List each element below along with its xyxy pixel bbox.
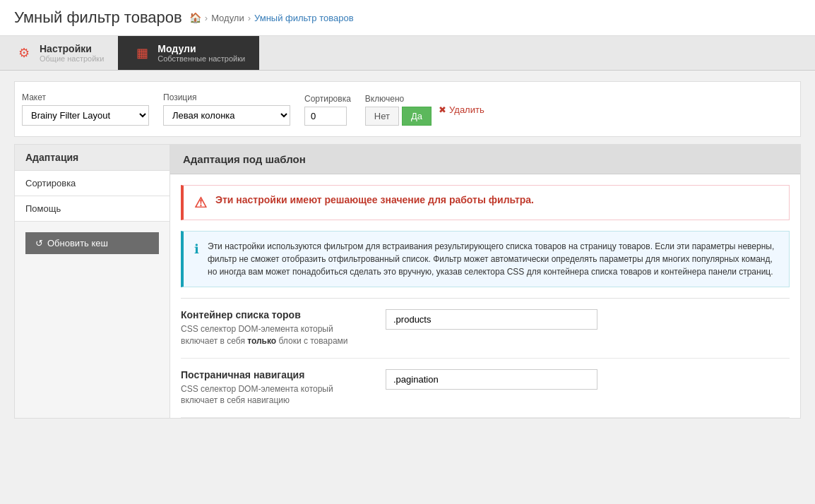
pagination-container-input[interactable] (386, 369, 597, 390)
top-nav: ⚙ Настройки Общие настройки ▦ Модули Соб… (0, 36, 815, 71)
enabled-field: Включено Нет Да ✖ Удалить (365, 94, 484, 126)
position-select[interactable]: Левая колонка (163, 105, 290, 126)
content-layout: Адаптация Сортировка Помощь ↺ Обновить к… (14, 144, 801, 419)
position-label: Позиция (163, 92, 290, 102)
settings-row-pagination: Постраничная навигация CSS селектор DOM-… (181, 359, 790, 419)
nav-modules-label: Модули (157, 43, 245, 54)
nav-item-modules[interactable]: ▦ Модули Собственные настройки (118, 36, 259, 70)
sidebar-item-sort[interactable]: Сортировка (15, 171, 169, 196)
modules-icon: ▦ (132, 43, 152, 63)
delete-link[interactable]: ✖ Удалить (439, 104, 484, 115)
danger-icon: ⚠ (194, 194, 207, 211)
sort-label: Сортировка (304, 94, 351, 104)
form-row: Макет Brainy Filter Layout Позиция Левая… (14, 81, 801, 137)
layout-select[interactable]: Brainy Filter Layout (22, 105, 149, 126)
products-label-col: Контейнер списка торов CSS селектор DOM-… (181, 309, 386, 347)
alert-info: ℹ Эти настройки используются фильтром дл… (181, 231, 790, 287)
delete-icon: ✖ (439, 104, 446, 115)
nav-item-settings[interactable]: ⚙ Настройки Общие настройки (0, 36, 118, 70)
sidebar-header: Адаптация (15, 145, 169, 171)
sidebar-item-help[interactable]: Помощь (15, 196, 169, 222)
products-container-input[interactable] (386, 309, 597, 330)
settings-section: Контейнер списка торов CSS селектор DOM-… (181, 298, 790, 418)
refresh-cache-button[interactable]: ↺ Обновить кеш (25, 232, 159, 254)
products-title: Контейнер списка торов (181, 309, 371, 320)
sidebar: Адаптация Сортировка Помощь ↺ Обновить к… (15, 145, 170, 418)
enabled-label: Включено (365, 94, 432, 104)
home-icon[interactable]: 🏠 (189, 12, 201, 23)
refresh-icon: ↺ (35, 238, 43, 248)
breadcrumb-modules[interactable]: Модули (211, 13, 244, 23)
gear-icon: ⚙ (14, 43, 34, 63)
main-wrapper: Макет Brainy Filter Layout Позиция Левая… (0, 71, 815, 429)
panel-header: Адаптация под шаблон (170, 145, 800, 174)
breadcrumb-current: Умный фильтр товаров (254, 13, 354, 23)
alert-danger: ⚠ Эти настройки имеют решающее значение … (181, 185, 790, 220)
nav-settings-sub: Общие настройки (40, 54, 104, 63)
nav-modules-sub: Собственные настройки (157, 54, 245, 63)
page-title: Умный фильтр товаров (14, 8, 182, 27)
sort-input[interactable] (304, 107, 347, 126)
position-field: Позиция Левая колонка (163, 92, 290, 126)
layout-label: Макет (22, 92, 149, 102)
settings-row-products: Контейнер списка торов CSS селектор DOM-… (181, 299, 790, 359)
sort-field: Сортировка (304, 94, 351, 126)
toggle-yes-button[interactable]: Да (402, 107, 432, 126)
content-panel: Адаптация под шаблон ⚠ Эти настройки име… (170, 145, 800, 418)
pagination-desc: CSS селектор DOM-элемента который включа… (181, 383, 371, 407)
pagination-input-col (386, 369, 790, 390)
breadcrumb: 🏠 › Модули › Умный фильтр товаров (189, 12, 354, 23)
toggle-no-button[interactable]: Нет (365, 107, 399, 126)
toggle-group: Нет Да (365, 107, 432, 126)
layout-field: Макет Brainy Filter Layout (22, 92, 149, 126)
nav-settings-label: Настройки (40, 43, 104, 54)
pagination-title: Постраничная навигация (181, 369, 371, 380)
pagination-label-col: Постраничная навигация CSS селектор DOM-… (181, 369, 386, 407)
products-input-col (386, 309, 790, 330)
page-header: Умный фильтр товаров 🏠 › Модули › Умный … (0, 0, 815, 36)
products-desc: CSS селектор DOM-элемента который включа… (181, 323, 371, 347)
info-icon: ℹ (194, 240, 199, 259)
